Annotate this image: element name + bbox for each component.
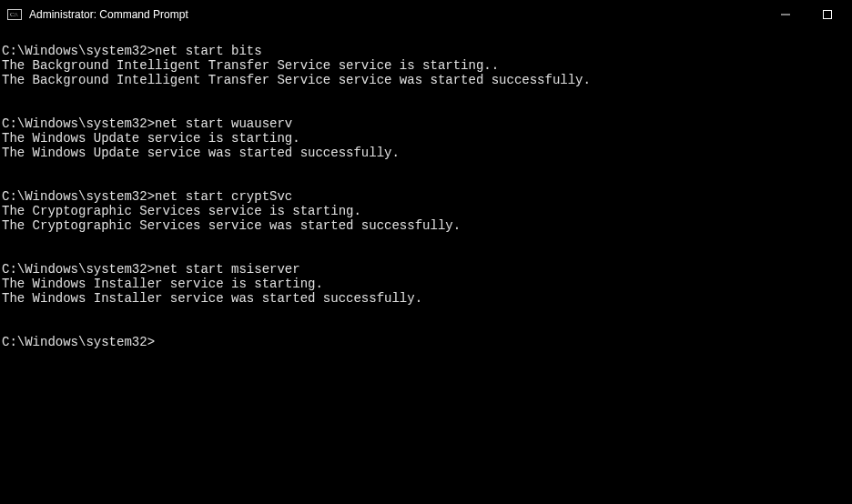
svg-rect-3 (824, 11, 832, 19)
window-title: Administrator: Command Prompt (29, 8, 765, 21)
minimize-button[interactable] (765, 0, 806, 29)
terminal-prompt: C:\Windows\system32> (2, 335, 155, 349)
minimize-icon (781, 10, 790, 19)
svg-text:C:\: C:\ (10, 11, 18, 18)
maximize-icon (823, 10, 832, 19)
terminal-area[interactable]: C:\Windows\system32>net start bits The B… (0, 29, 852, 349)
window-titlebar[interactable]: C:\ Administrator: Command Prompt (0, 0, 852, 29)
window-controls (765, 0, 848, 29)
cmd-icon: C:\ (7, 7, 22, 22)
maximize-button[interactable] (806, 0, 848, 29)
